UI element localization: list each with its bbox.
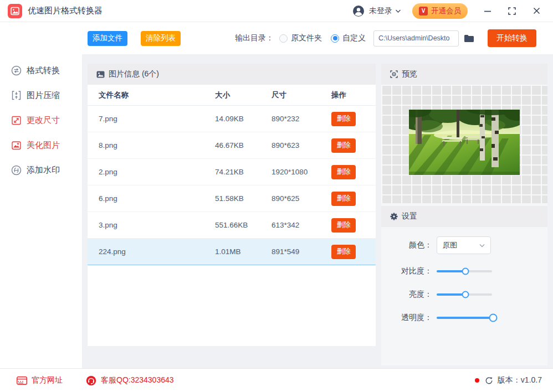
table-row-selected[interactable]: 224.png 1.01MB 891*549 删除	[88, 239, 376, 265]
image-compress-icon	[11, 90, 22, 101]
settings-title: 设置	[402, 212, 417, 221]
footer: 官方网址 客服QQ:3234303643 版本：v1.0.7	[0, 368, 553, 392]
browse-folder-icon[interactable]	[464, 34, 474, 43]
delete-button[interactable]: 删除	[331, 245, 356, 259]
sidebar: 格式转换 图片压缩 更改尺寸 美化图片 添加水印	[0, 22, 82, 368]
sidebar-item-format-convert[interactable]: 格式转换	[0, 58, 82, 83]
file-dimension: 613*342	[272, 221, 331, 229]
file-size: 46.67KB	[215, 141, 272, 149]
chevron-down-icon[interactable]	[395, 9, 401, 13]
delete-button[interactable]: 删除	[331, 138, 356, 153]
col-name: 文件名称	[99, 90, 215, 100]
contrast-slider[interactable]	[437, 270, 492, 272]
vip-icon: V	[419, 7, 428, 16]
table-row[interactable]: 3.png 551.66KB 613*342 删除	[88, 212, 376, 239]
table-row[interactable]: 8.png 46.67KB 890*623 删除	[88, 132, 376, 159]
radio-custom-label: 自定义	[342, 33, 366, 43]
opacity-setting-row: 透明度：	[381, 309, 547, 327]
support-qq-label: 客服QQ:3234303643	[101, 375, 174, 385]
file-size: 74.21KB	[215, 168, 272, 176]
file-dimension: 890*623	[272, 141, 331, 149]
app-window: 优速图片格式转换器 未登录 V 开通会员	[0, 0, 553, 392]
preview-eye-icon	[390, 70, 398, 78]
color-label: 颜色：	[381, 240, 437, 250]
headset-icon	[86, 375, 96, 386]
slider-fill	[437, 293, 465, 296]
opacity-label: 透明度：	[381, 313, 437, 323]
table-row[interactable]: 6.png 51.58KB 890*625 删除	[88, 185, 376, 212]
delete-button[interactable]: 删除	[331, 112, 356, 126]
file-name: 7.png	[99, 115, 215, 123]
settings-body: 颜色： 原图 对比度： 亮度：	[381, 227, 547, 365]
radio-original-folder[interactable]: 原文件夹	[279, 33, 322, 43]
vip-label: 开通会员	[431, 6, 461, 16]
sidebar-item-label: 格式转换	[27, 65, 60, 76]
slider-thumb[interactable]	[489, 314, 497, 322]
color-select-value: 原图	[443, 240, 479, 250]
delete-button[interactable]: 删除	[331, 192, 356, 206]
file-dimension: 891*549	[272, 247, 331, 256]
sidebar-item-label: 添加水印	[27, 165, 60, 176]
slider-fill	[437, 317, 493, 319]
output-path-input[interactable]	[373, 30, 459, 47]
minimize-button[interactable]	[483, 7, 492, 16]
check-update-icon[interactable]	[485, 376, 493, 385]
brightness-slider[interactable]	[437, 293, 492, 296]
add-files-button[interactable]: 添加文件	[88, 31, 127, 46]
preview-checkerboard	[381, 85, 547, 203]
slider-thumb[interactable]	[462, 291, 469, 298]
radio-circle	[279, 34, 288, 43]
file-name: 6.png	[99, 194, 215, 203]
format-convert-icon	[11, 65, 22, 76]
gear-icon	[390, 213, 398, 220]
preview-image	[409, 110, 520, 175]
delete-button[interactable]: 删除	[331, 165, 356, 179]
col-action: 操作	[331, 90, 376, 100]
file-size: 51.58KB	[215, 194, 272, 203]
preview-settings-panel: 预览	[381, 64, 547, 365]
slider-thumb[interactable]	[462, 268, 469, 275]
preview-title: 预览	[402, 69, 417, 79]
sidebar-item-label: 美化图片	[27, 140, 60, 151]
sidebar-item-resize[interactable]: 更改尺寸	[0, 108, 82, 133]
contrast-label: 对比度：	[381, 266, 437, 276]
sidebar-item-label: 图片压缩	[27, 90, 60, 101]
slider-fill	[437, 270, 465, 272]
output-dir-group: 输出目录： 原文件夹 自定义 开始转换	[235, 29, 536, 47]
website-label: 官方网址	[32, 375, 63, 385]
table-row[interactable]: 2.png 74.21KB 1920*1080 删除	[88, 159, 376, 185]
select-chevron-icon	[479, 244, 485, 247]
opacity-slider[interactable]	[437, 317, 495, 319]
table-row[interactable]: 7.png 14.09KB 890*232 删除	[88, 106, 376, 132]
file-dimension: 890*625	[272, 194, 331, 203]
login-status[interactable]: 未登录	[369, 6, 392, 16]
toolbar: 添加文件 清除列表 输出目录： 原文件夹 自定义 开始转换	[82, 22, 553, 54]
start-convert-button[interactable]: 开始转换	[488, 29, 536, 47]
file-size: 14.09KB	[215, 115, 272, 123]
file-table-header: 图片信息 (6个)	[88, 64, 376, 85]
sidebar-item-watermark[interactable]: 添加水印	[0, 158, 82, 183]
color-select[interactable]: 原图	[437, 236, 491, 254]
clear-list-button[interactable]: 清除列表	[141, 31, 181, 46]
col-dimension: 尺寸	[272, 90, 331, 100]
file-name: 224.png	[99, 247, 215, 256]
maximize-button[interactable]	[508, 7, 516, 16]
file-size: 1.01MB	[215, 247, 272, 256]
radio-custom-folder[interactable]: 自定义	[331, 33, 366, 43]
sidebar-item-beautify[interactable]: 美化图片	[0, 133, 82, 158]
support-qq-link[interactable]: 客服QQ:3234303643	[86, 375, 174, 386]
official-website-link[interactable]: 官方网址	[17, 375, 63, 385]
user-avatar-icon[interactable]	[352, 5, 365, 17]
image-info-icon	[96, 71, 105, 78]
settings-header: 设置	[381, 206, 547, 227]
website-icon	[17, 376, 27, 385]
file-name: 8.png	[99, 141, 215, 149]
close-button[interactable]	[532, 7, 541, 16]
delete-button[interactable]: 删除	[331, 218, 356, 233]
sidebar-item-image-compress[interactable]: 图片压缩	[0, 83, 82, 108]
file-name: 2.png	[99, 168, 215, 176]
file-size: 551.66KB	[215, 221, 272, 229]
vip-upgrade-button[interactable]: V 开通会员	[412, 3, 468, 19]
file-table-panel: 图片信息 (6个) 文件名称 大小 尺寸 操作 7.png 14.09KB 89…	[88, 64, 376, 346]
version-label: 版本：v1.0.7	[498, 375, 542, 385]
